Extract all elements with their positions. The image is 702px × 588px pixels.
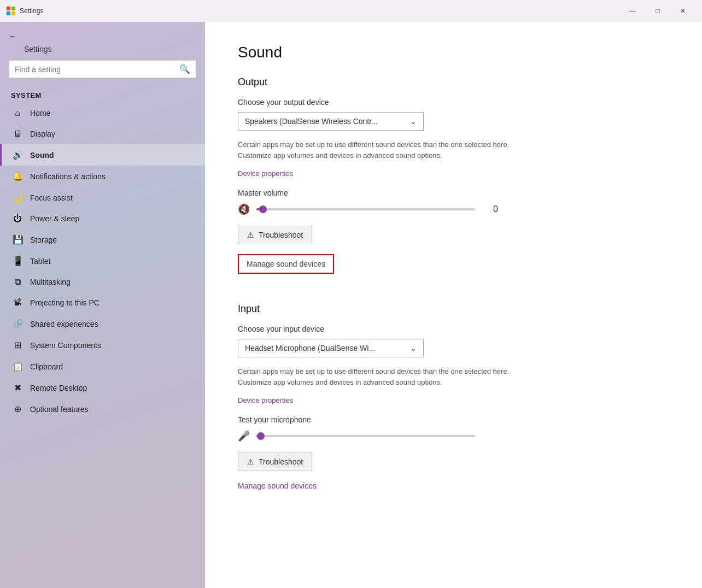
close-button[interactable]: ✕ bbox=[670, 0, 695, 22]
sidebar-item-projecting[interactable]: 📽 Projecting to this PC bbox=[0, 292, 205, 313]
display-icon: 🖥 bbox=[13, 129, 22, 139]
output-description: Certain apps may be set up to use differ… bbox=[238, 139, 533, 161]
microphone-icon: 🎤 bbox=[238, 430, 250, 442]
sidebar-item-home[interactable]: ⌂ Home bbox=[0, 103, 205, 124]
maximize-button[interactable]: □ bbox=[645, 0, 670, 22]
input-heading: Input bbox=[238, 303, 669, 315]
sidebar-item-label: Home bbox=[30, 109, 50, 117]
window-controls: — □ ✕ bbox=[620, 0, 695, 22]
titlebar-title: Settings bbox=[20, 7, 43, 15]
sidebar-item-label: Clipboard bbox=[30, 362, 63, 371]
chevron-down-icon: ⌄ bbox=[410, 344, 417, 352]
input-device-value: Headset Microphone (DualSense Wi... bbox=[245, 344, 375, 352]
page-title: Sound bbox=[238, 44, 669, 61]
sound-icon: 🔊 bbox=[13, 150, 22, 160]
sidebar-item-multitasking[interactable]: ⧉ Multitasking bbox=[0, 272, 205, 292]
sidebar: ← Settings 🔍 System ⌂ Home 🖥 Display 🔊 S… bbox=[0, 22, 205, 588]
manage-sound-devices-link[interactable]: Manage sound devices bbox=[238, 254, 334, 274]
input-manage-sound-devices-link[interactable]: Manage sound devices bbox=[238, 481, 317, 490]
output-device-dropdown[interactable]: Speakers (DualSense Wireless Contr... ⌄ bbox=[238, 112, 424, 131]
app-body: ← Settings 🔍 System ⌂ Home 🖥 Display 🔊 S… bbox=[0, 22, 702, 588]
search-icon: 🔍 bbox=[179, 64, 190, 74]
storage-icon: 💾 bbox=[13, 234, 22, 245]
search-box[interactable]: 🔍 bbox=[9, 60, 196, 78]
volume-row: 🔇 0 bbox=[238, 203, 669, 216]
sidebar-item-remote[interactable]: ✖ Remote Desktop bbox=[0, 377, 205, 398]
sidebar-item-shared[interactable]: 🔗 Shared experiences bbox=[0, 313, 205, 334]
notifications-icon: 🔔 bbox=[13, 171, 22, 181]
mic-thumb bbox=[257, 432, 265, 440]
sidebar-item-focus[interactable]: 🌙 Focus assist bbox=[0, 187, 205, 208]
svg-rect-3 bbox=[11, 11, 15, 15]
warning-icon: ⚠ bbox=[247, 231, 254, 239]
output-device-label: Choose your output device bbox=[238, 98, 669, 107]
volume-value: 0 bbox=[482, 204, 498, 214]
sidebar-item-label: Focus assist bbox=[30, 193, 73, 202]
sidebar-item-label: Shared experiences bbox=[30, 320, 98, 328]
sidebar-item-label: Optional features bbox=[30, 405, 89, 414]
back-button[interactable]: ← bbox=[0, 22, 205, 45]
sidebar-item-label: Display bbox=[30, 130, 55, 138]
sidebar-item-clipboard[interactable]: 📋 Clipboard bbox=[0, 356, 205, 377]
sidebar-item-optional[interactable]: ⊕ Optional features bbox=[0, 398, 205, 420]
mic-slider[interactable] bbox=[256, 430, 475, 443]
projecting-icon: 📽 bbox=[13, 298, 22, 308]
sidebar-item-label: Tablet bbox=[30, 257, 50, 266]
sidebar-item-label: Projecting to this PC bbox=[30, 298, 100, 307]
volume-label: Master volume bbox=[238, 189, 669, 197]
content-area: Sound Output Choose your output device S… bbox=[205, 22, 702, 588]
power-icon: ⏻ bbox=[13, 214, 22, 224]
input-section: Input Choose your input device Headset M… bbox=[238, 303, 669, 491]
sidebar-item-components[interactable]: ⊞ System Components bbox=[0, 334, 205, 356]
mic-test-label: Test your microphone bbox=[238, 415, 669, 424]
volume-slider[interactable] bbox=[256, 203, 475, 216]
sidebar-item-power[interactable]: ⏻ Power & sleep bbox=[0, 208, 205, 229]
sidebar-item-label: Sound bbox=[30, 151, 54, 160]
search-input[interactable] bbox=[15, 65, 175, 74]
volume-track bbox=[256, 208, 475, 210]
focus-icon: 🌙 bbox=[13, 192, 22, 203]
sidebar-item-display[interactable]: 🖥 Display bbox=[0, 124, 205, 144]
optional-icon: ⊕ bbox=[13, 404, 22, 414]
output-section: Output Choose your output device Speaker… bbox=[238, 77, 669, 290]
sidebar-item-label: Storage bbox=[30, 236, 57, 244]
svg-rect-1 bbox=[11, 7, 15, 10]
remote-icon: ✖ bbox=[13, 383, 22, 393]
output-troubleshoot-button[interactable]: ⚠ Troubleshoot bbox=[238, 226, 312, 244]
app-icon bbox=[7, 7, 15, 15]
titlebar: Settings — □ ✕ bbox=[0, 0, 702, 22]
minimize-button[interactable]: — bbox=[620, 0, 645, 22]
svg-rect-2 bbox=[7, 11, 10, 15]
sidebar-item-label: Remote Desktop bbox=[30, 384, 87, 392]
svg-rect-0 bbox=[7, 7, 10, 10]
input-device-dropdown[interactable]: Headset Microphone (DualSense Wi... ⌄ bbox=[238, 339, 424, 357]
mute-icon: 🔇 bbox=[238, 203, 250, 215]
mic-row: 🎤 bbox=[238, 430, 669, 443]
sidebar-item-label: Multitasking bbox=[30, 278, 71, 286]
sidebar-item-storage[interactable]: 💾 Storage bbox=[0, 229, 205, 250]
sidebar-item-sound[interactable]: 🔊 Sound bbox=[0, 144, 205, 166]
input-description: Certain apps may be set up to use differ… bbox=[238, 366, 533, 387]
troubleshoot-label: Troubleshoot bbox=[259, 231, 303, 239]
output-device-properties-link[interactable]: Device properties bbox=[238, 169, 293, 178]
input-device-label: Choose your input device bbox=[238, 325, 669, 333]
multitasking-icon: ⧉ bbox=[13, 277, 22, 287]
shared-icon: 🔗 bbox=[13, 319, 22, 329]
mic-track bbox=[256, 435, 475, 437]
input-troubleshoot-label: Troubleshoot bbox=[259, 457, 303, 466]
sidebar-item-tablet[interactable]: 📱 Tablet bbox=[0, 250, 205, 272]
sidebar-item-label: Power & sleep bbox=[30, 214, 79, 223]
components-icon: ⊞ bbox=[13, 340, 22, 350]
input-troubleshoot-button[interactable]: ⚠ Troubleshoot bbox=[238, 452, 312, 471]
output-heading: Output bbox=[238, 77, 669, 88]
input-device-properties-link[interactable]: Device properties bbox=[238, 396, 293, 404]
warning-icon-input: ⚠ bbox=[247, 457, 254, 466]
volume-thumb bbox=[259, 205, 267, 213]
back-arrow-icon: ← bbox=[9, 32, 16, 40]
sidebar-item-notifications[interactable]: 🔔 Notifications & actions bbox=[0, 166, 205, 187]
sidebar-item-label: Notifications & actions bbox=[30, 172, 106, 181]
clipboard-icon: 📋 bbox=[13, 361, 22, 372]
output-device-value: Speakers (DualSense Wireless Contr... bbox=[245, 117, 378, 126]
chevron-down-icon: ⌄ bbox=[410, 117, 417, 126]
tablet-icon: 📱 bbox=[13, 256, 22, 266]
